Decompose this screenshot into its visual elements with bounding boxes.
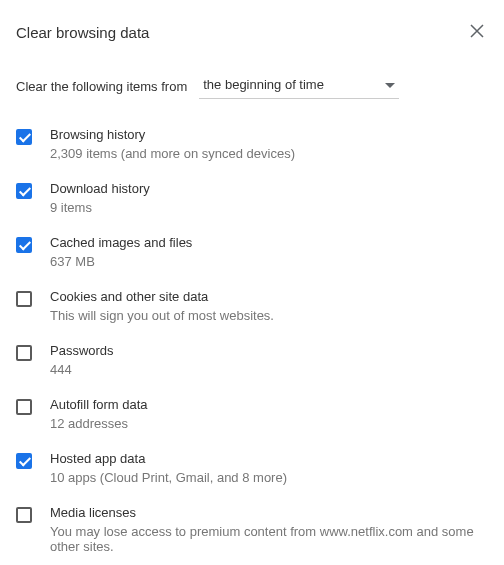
item-label: Download history <box>50 181 150 196</box>
checkbox-hosted-app-data[interactable] <box>16 453 32 469</box>
item-text: Hosted app data 10 apps (Cloud Print, Gm… <box>50 451 287 485</box>
timeframe-value: the beginning of time <box>203 77 324 92</box>
item-label: Passwords <box>50 343 114 358</box>
item-text: Passwords 444 <box>50 343 114 377</box>
item-text: Autofill form data 12 addresses <box>50 397 148 431</box>
item-text: Cached images and files 637 MB <box>50 235 192 269</box>
checkbox-cookies[interactable] <box>16 291 32 307</box>
item-sub: 10 apps (Cloud Print, Gmail, and 8 more) <box>50 470 287 485</box>
checkbox-browsing-history[interactable] <box>16 129 32 145</box>
item-label: Autofill form data <box>50 397 148 412</box>
item-text: Media licenses You may lose access to pr… <box>50 505 488 554</box>
item-sub: 2,309 items (and more on synced devices) <box>50 146 295 161</box>
item-sub: You may lose access to premium content f… <box>50 524 488 554</box>
dialog-header: Clear browsing data <box>16 20 488 45</box>
item-label: Browsing history <box>50 127 295 142</box>
item-autofill: Autofill form data 12 addresses <box>16 387 488 441</box>
dialog-title: Clear browsing data <box>16 24 149 41</box>
item-hosted-app-data: Hosted app data 10 apps (Cloud Print, Gm… <box>16 441 488 495</box>
timeframe-row: Clear the following items from the begin… <box>16 73 488 99</box>
item-label: Cached images and files <box>50 235 192 250</box>
item-label: Media licenses <box>50 505 488 520</box>
item-label: Cookies and other site data <box>50 289 274 304</box>
chevron-down-icon <box>385 77 395 92</box>
item-browsing-history: Browsing history 2,309 items (and more o… <box>16 117 488 171</box>
items-list: Browsing history 2,309 items (and more o… <box>16 117 488 564</box>
close-icon[interactable] <box>466 20 488 45</box>
item-cached-images: Cached images and files 637 MB <box>16 225 488 279</box>
item-sub: 12 addresses <box>50 416 148 431</box>
item-download-history: Download history 9 items <box>16 171 488 225</box>
item-sub: This will sign you out of most websites. <box>50 308 274 323</box>
timeframe-label: Clear the following items from <box>16 79 187 94</box>
item-text: Browsing history 2,309 items (and more o… <box>50 127 295 161</box>
checkbox-autofill[interactable] <box>16 399 32 415</box>
checkbox-download-history[interactable] <box>16 183 32 199</box>
item-sub: 637 MB <box>50 254 192 269</box>
item-passwords: Passwords 444 <box>16 333 488 387</box>
checkbox-media-licenses[interactable] <box>16 507 32 523</box>
checkbox-passwords[interactable] <box>16 345 32 361</box>
item-text: Cookies and other site data This will si… <box>50 289 274 323</box>
timeframe-select[interactable]: the beginning of time <box>199 73 399 99</box>
item-sub: 444 <box>50 362 114 377</box>
item-media-licenses: Media licenses You may lose access to pr… <box>16 495 488 564</box>
item-label: Hosted app data <box>50 451 287 466</box>
item-text: Download history 9 items <box>50 181 150 215</box>
item-sub: 9 items <box>50 200 150 215</box>
checkbox-cached-images[interactable] <box>16 237 32 253</box>
item-cookies: Cookies and other site data This will si… <box>16 279 488 333</box>
